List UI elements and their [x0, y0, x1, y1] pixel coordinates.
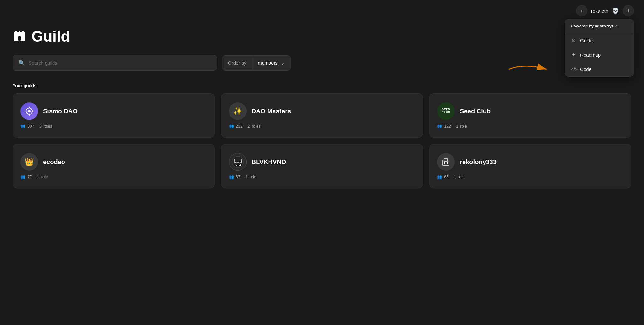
arrow-annotation	[506, 60, 556, 80]
members-count: 307	[27, 124, 34, 128]
guild-card-top: SEEDCLUB Seed Club	[437, 102, 624, 120]
roles-label: role	[458, 174, 465, 179]
page-title: Guild	[31, 28, 70, 45]
guild-avatar-sismo	[20, 102, 38, 120]
svg-rect-2	[15, 31, 17, 34]
guild-stats-sismo: 👥 307 3 roles	[20, 124, 207, 128]
roles-label: role	[249, 174, 256, 179]
members-icon: 👥	[437, 124, 442, 128]
your-guilds-section: Your guilds	[13, 83, 631, 188]
guild-members-seed-club: 👥 122	[437, 124, 451, 128]
guild-members-sismo: 👥 307	[20, 124, 34, 128]
your-guilds-title: Your guilds	[13, 83, 631, 88]
guild-logo-icon	[13, 28, 26, 45]
members-count: 122	[444, 124, 451, 128]
guild-card-sismo-dao[interactable]: Sismo DAO 👥 307 3 roles	[13, 93, 215, 138]
svg-rect-18	[444, 162, 445, 164]
order-by-select[interactable]: members ⌄	[252, 56, 291, 70]
guild-roles-blvkhvnd: 1 role	[245, 174, 256, 179]
members-count: 67	[236, 174, 240, 179]
guild-members-ecodao: 👥 77	[20, 174, 32, 179]
guild-stats-ecodao: 👥 77 1 role	[20, 174, 207, 179]
search-icon: 🔍	[19, 60, 25, 66]
roles-label: role	[41, 174, 48, 179]
code-label: Code	[580, 66, 591, 72]
search-box[interactable]: 🔍	[13, 55, 217, 71]
guild-name-blvkhvnd: BLVKHVND	[252, 158, 286, 166]
svg-point-7	[28, 110, 31, 112]
back-button[interactable]: ‹	[576, 5, 587, 16]
guide-icon: ⊙	[571, 37, 576, 43]
skull-icon: 💀	[612, 7, 619, 14]
roles-label: roles	[43, 124, 52, 128]
members-icon: 👥	[437, 174, 442, 179]
guild-roles-rekolony: 1 role	[454, 174, 465, 179]
order-by-label: Order by	[222, 56, 252, 70]
guild-card-rekolony[interactable]: rekolony333 👥 65 1 role	[429, 144, 631, 188]
guild-members-blvkhvnd: 👥 67	[229, 174, 240, 179]
external-link-icon: ↗	[615, 24, 618, 28]
guild-avatar-blvkhvnd: black hvnd	[229, 153, 247, 171]
code-icon: </>	[571, 66, 576, 72]
guild-stats-seed-club: 👥 122 1 role	[437, 124, 624, 128]
guilds-grid: Sismo DAO 👥 307 3 roles	[13, 93, 631, 188]
guild-members-rekolony: 👥 65	[437, 174, 448, 179]
order-by-value: members	[258, 60, 278, 66]
guild-card-ecodao[interactable]: 👑 ecodao 👥 77 1 role	[13, 144, 215, 188]
guild-card-top: ✨ DAO Masters	[229, 102, 415, 120]
guild-card-top: rekolony333	[437, 153, 624, 171]
roles-label: roles	[252, 124, 261, 128]
members-icon: 👥	[229, 174, 234, 179]
dropdown-powered-by: Powered by agora.xyz ↗	[565, 19, 634, 33]
guild-avatar-seed-club: SEEDCLUB	[437, 102, 455, 120]
guild-card-seed-club[interactable]: SEEDCLUB Seed Club 👥 122 1 role	[429, 93, 631, 138]
header-right: ‹ reka.eth 💀 ℹ	[576, 5, 634, 16]
guild-roles-seed-club: 1 role	[456, 124, 467, 128]
guild-roles-ecodao: 1 role	[37, 174, 48, 179]
guild-name-sismo: Sismo DAO	[43, 108, 78, 115]
guild-card-top: 👑 ecodao	[20, 153, 207, 171]
roles-count: 3	[39, 124, 42, 128]
svg-rect-5	[18, 36, 21, 41]
members-icon: 👥	[229, 124, 234, 128]
seed-club-logo-text: SEEDCLUB	[442, 108, 450, 114]
guild-stats-rekolony: 👥 65 1 role	[437, 174, 624, 179]
roles-count: 1	[456, 124, 458, 128]
guild-card-top: black hvnd BLVKHVND	[229, 153, 415, 171]
guild-card-top: Sismo DAO	[20, 102, 207, 120]
dropdown-item-guide[interactable]: ⊙ Guide	[565, 33, 634, 48]
powered-by-name: agora.xyz	[595, 24, 614, 28]
guild-avatar-dao-masters: ✨	[229, 102, 247, 120]
guild-name-dao-masters: DAO Masters	[252, 108, 291, 115]
roadmap-label: Roadmap	[580, 52, 601, 58]
guide-label: Guide	[580, 38, 593, 43]
guild-name-rekolony: rekolony333	[460, 158, 497, 166]
info-button[interactable]: ℹ	[623, 5, 634, 16]
dropdown-item-roadmap[interactable]: ✈ Roadmap	[565, 48, 634, 62]
guild-members-dao-masters: 👥 232	[229, 124, 243, 128]
guild-stats-dao-masters: 👥 232 2 roles	[229, 124, 415, 128]
dropdown-menu: Powered by agora.xyz ↗ ⊙ Guide ✈ Roadmap…	[565, 19, 634, 77]
order-by-area: Order by members ⌄	[222, 55, 291, 71]
svg-rect-4	[22, 31, 24, 34]
guild-name-seed-club: Seed Club	[460, 108, 491, 115]
back-icon: ‹	[581, 8, 582, 13]
roles-count: 1	[245, 174, 247, 179]
members-icon: 👥	[20, 174, 25, 179]
page-title-area: Guild	[13, 28, 631, 45]
roles-count: 1	[37, 174, 39, 179]
search-input[interactable]	[29, 60, 211, 66]
svg-rect-19	[447, 162, 448, 164]
roles-label: role	[460, 124, 467, 128]
info-icon: ℹ	[628, 8, 629, 13]
guild-card-dao-masters[interactable]: ✨ DAO Masters 👥 232 2 roles	[221, 93, 423, 138]
guild-name-ecodao: ecodao	[43, 158, 65, 166]
svg-text:hvnd: hvnd	[235, 164, 241, 167]
members-icon: 👥	[20, 124, 25, 128]
guild-stats-blvkhvnd: 👥 67 1 role	[229, 174, 415, 179]
guild-avatar-ecodao: 👑	[20, 153, 38, 171]
roles-count: 1	[454, 174, 456, 179]
guild-card-blvkhvnd[interactable]: black hvnd BLVKHVND 👥 67	[221, 144, 423, 188]
dropdown-item-code[interactable]: </> Code	[565, 62, 634, 76]
roles-count: 2	[247, 124, 250, 128]
